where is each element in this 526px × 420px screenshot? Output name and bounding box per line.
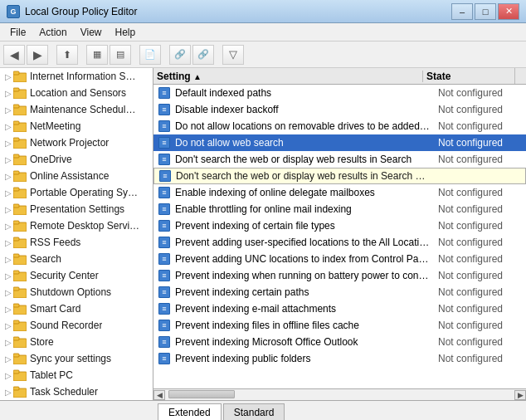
list-row[interactable]: ≡Enable indexing of online delegate mail… <box>153 184 526 201</box>
show-hide-button[interactable]: ▦ <box>86 45 108 65</box>
expand-arrow: ▷ <box>3 287 13 297</box>
policy-icon: ≡ <box>157 285 172 300</box>
setting-column-header[interactable]: Setting ▲ <box>153 71 423 82</box>
list-row[interactable]: ≡Disable indexer backoffNot configured <box>153 101 526 118</box>
policy-state: Not configured <box>435 187 526 198</box>
horizontal-scrollbar[interactable]: ◀ ▶ <box>153 388 526 400</box>
policy-name: Prevent indexing files in offline files … <box>175 320 435 331</box>
list-row[interactable]: ≡Do not allow web searchNot configured <box>153 134 526 151</box>
expand-arrow: ▷ <box>3 354 13 364</box>
policy-state: Not configured <box>435 303 526 315</box>
tree-item[interactable]: ▷Shutdown Options <box>0 284 153 300</box>
properties-button[interactable]: 📄 <box>139 45 161 65</box>
expand-arrow: ▷ <box>3 254 13 264</box>
tree-item[interactable]: ▷Store <box>0 334 153 350</box>
list-row[interactable]: ≡Prevent adding UNC locations to index f… <box>153 251 526 267</box>
tree-item[interactable]: ▷Sound Recorder <box>0 317 153 334</box>
list-row[interactable]: ≡Prevent indexing certain pathsNot confi… <box>153 284 526 300</box>
state-column-header[interactable]: State <box>423 71 514 82</box>
svg-rect-13 <box>13 171 19 174</box>
list-row[interactable]: ≡Prevent indexing public foldersNot conf… <box>153 350 526 367</box>
policy-name: Prevent indexing e-mail attachments <box>175 303 435 315</box>
tree-item-label: NetMeeting <box>30 120 80 132</box>
tree-item[interactable]: ▷NetMeeting <box>0 118 153 134</box>
tree-item[interactable]: ▷Maintenance Schedul… <box>0 101 153 118</box>
list-row[interactable]: ≡Prevent indexing when running on batter… <box>153 267 526 284</box>
tree-item[interactable]: ▷Tablet PC <box>0 367 153 383</box>
folder-icon <box>13 170 27 182</box>
scroll-thumb[interactable] <box>168 390 235 398</box>
tab-standard[interactable]: Standard <box>223 403 285 420</box>
tree-item[interactable]: ▷Sync your settings <box>0 350 153 367</box>
tree-item[interactable]: ▷Online Assistance <box>0 168 153 184</box>
list-row[interactable]: ≡Prevent indexing e-mail attachmentsNot … <box>153 300 526 317</box>
filter-button[interactable]: ▽ <box>222 45 244 65</box>
tree-item[interactable]: ▷RSS Feeds <box>0 234 153 251</box>
list-row[interactable]: ≡Prevent indexing Microsoft Office Outlo… <box>153 334 526 350</box>
policy-name: Don't search the web or display web resu… <box>175 154 435 165</box>
close-button[interactable]: ✕ <box>498 3 519 20</box>
tree-item-label: OneDrive <box>30 154 72 165</box>
policy-name: Prevent indexing Microsoft Office Outloo… <box>175 336 435 348</box>
tab-extended[interactable]: Extended <box>158 403 222 420</box>
list-row[interactable]: ≡Prevent adding user-specified locations… <box>153 234 526 251</box>
menu-action[interactable]: Action <box>32 25 73 40</box>
menu-help[interactable]: Help <box>109 25 143 40</box>
back-button[interactable]: ◀ <box>3 45 25 65</box>
up-button[interactable]: ⬆ <box>56 45 78 65</box>
tree-item[interactable]: ▷Smart Card <box>0 300 153 317</box>
forward-button[interactable]: ▶ <box>27 45 48 65</box>
tree-item[interactable]: ▷Security Center <box>0 267 153 284</box>
policy-state: Not configured <box>435 87 526 99</box>
app-icon: G <box>7 5 20 18</box>
expand-arrow: ▷ <box>3 105 13 115</box>
policy-state: Not configured <box>435 154 526 165</box>
list-row[interactable]: ≡Default indexed pathsNot configured <box>153 85 526 101</box>
scroll-track[interactable] <box>165 390 514 400</box>
tabs-bar: Extended Standard <box>0 400 526 420</box>
list-row[interactable]: ≡Enable throttling for online mail index… <box>153 201 526 217</box>
scroll-left-arrow[interactable]: ◀ <box>153 390 165 400</box>
view-toggle[interactable]: ▤ <box>110 45 131 65</box>
menu-view[interactable]: View <box>74 25 109 40</box>
expand-arrow: ▷ <box>3 188 13 198</box>
policy-icon: ≡ <box>157 135 172 150</box>
svg-rect-29 <box>13 304 19 307</box>
tree-item[interactable]: ▷Portable Operating Sy… <box>0 184 153 201</box>
tree-item[interactable]: ▷Presentation Settings <box>0 201 153 217</box>
list-row[interactable]: ≡Prevent indexing files in offline files… <box>153 317 526 334</box>
folder-icon <box>13 87 27 99</box>
folder-icon <box>13 303 27 315</box>
link-button2[interactable]: 🔗 <box>192 45 214 65</box>
folder-icon <box>13 336 27 348</box>
left-tree: ▷Internet Information S…▷Location and Se… <box>0 68 153 400</box>
list-row[interactable]: ≡Prevent indexing of certain file typesN… <box>153 217 526 234</box>
list-row[interactable]: ≡Don't search the web or display web res… <box>153 168 526 184</box>
maximize-button[interactable]: □ <box>475 3 496 20</box>
left-panel: ▷Internet Information S…▷Location and Se… <box>0 68 153 400</box>
tree-item-label: Sound Recorder <box>30 320 102 331</box>
folder-icon <box>13 320 27 331</box>
folder-icon <box>13 220 27 232</box>
policy-icon: ≡ <box>157 268 172 283</box>
svg-rect-37 <box>13 370 19 374</box>
svg-rect-35 <box>13 354 19 357</box>
tree-item[interactable]: ▷Task Scheduler <box>0 383 153 400</box>
tree-item[interactable]: ▷Internet Information S… <box>0 68 153 85</box>
list-row[interactable]: ≡Do not allow locations on removable dri… <box>153 118 526 134</box>
tree-item[interactable]: ▷Network Projector <box>0 134 153 151</box>
tree-item[interactable]: ▷Location and Sensors <box>0 85 153 101</box>
tree-item-label: Portable Operating Sy… <box>30 187 138 198</box>
tree-item[interactable]: ▷Search <box>0 251 153 267</box>
title-bar-controls: – □ ✕ <box>451 3 519 20</box>
policy-icon: ≡ <box>157 85 172 100</box>
svg-rect-31 <box>13 320 19 324</box>
menu-bar: File Action View Help <box>0 23 526 42</box>
menu-file[interactable]: File <box>3 25 32 40</box>
tree-item[interactable]: ▷Remote Desktop Servi… <box>0 217 153 234</box>
scroll-right-arrow[interactable]: ▶ <box>514 390 526 400</box>
list-row[interactable]: ≡Don't search the web or display web res… <box>153 151 526 168</box>
tree-item[interactable]: ▷OneDrive <box>0 151 153 168</box>
link-button1[interactable]: 🔗 <box>169 45 191 65</box>
minimize-button[interactable]: – <box>451 3 473 20</box>
